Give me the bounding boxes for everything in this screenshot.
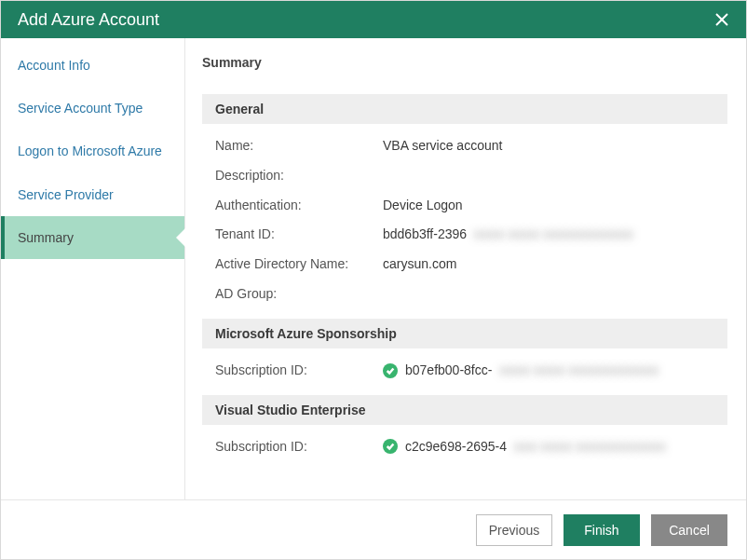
row-subscription-id: Subscription ID: b07efb00-8fcc-xxxx-xxxx… [202, 356, 727, 386]
sidebar-item-service-provider[interactable]: Service Provider [1, 173, 184, 216]
close-button[interactable] [711, 8, 733, 31]
sidebar-item-label: Service Account Type [18, 101, 143, 116]
masked-text: xxx-xxxx-xxxxxxxxxxxx [514, 436, 666, 458]
dialog-title: Add Azure Account [18, 10, 711, 30]
field-value: b07efb00-8fcc-xxxx-xxxx-xxxxxxxxxxxx [383, 360, 714, 382]
sidebar-item-service-account-type[interactable]: Service Account Type [1, 87, 184, 130]
field-label: Subscription ID: [215, 436, 383, 458]
field-value: VBA service account [383, 135, 714, 157]
masked-text: xxxx-xxxx-xxxxxxxxxxxx [499, 360, 659, 382]
field-value: Device Logon [383, 195, 714, 217]
field-label: Subscription ID: [215, 360, 383, 382]
row-ad-group: AD Group: [202, 280, 727, 309]
row-description: Description: [202, 161, 727, 191]
dialog-window: Add Azure Account Account Info Service A… [0, 0, 747, 560]
section-vse: Visual Studio Enterprise Subscription ID… [202, 395, 727, 462]
section-sponsorship: Microsoft Azure Sponsorship Subscription… [202, 319, 727, 386]
finish-button[interactable]: Finish [564, 514, 640, 546]
field-label: Tenant ID: [215, 224, 383, 246]
masked-text: xxxx-xxxx-xxxxxxxxxxxx [474, 224, 633, 246]
field-label: AD Group: [215, 283, 383, 306]
row-name: Name: VBA service account [202, 131, 727, 161]
row-ad-name: Active Directory Name: carysun.com [202, 250, 727, 280]
sidebar-item-summary[interactable]: Summary [1, 216, 184, 259]
field-label: Description: [215, 165, 383, 187]
section-header: Microsoft Azure Sponsorship [202, 319, 727, 348]
field-label: Active Directory Name: [215, 253, 383, 276]
field-value: bdd6b3ff-2396xxxx-xxxx-xxxxxxxxxxxx [383, 224, 714, 246]
sidebar-item-label: Service Provider [18, 187, 114, 202]
wizard-sidebar: Account Info Service Account Type Logon … [1, 38, 185, 499]
section-header: General [202, 94, 727, 124]
cancel-button[interactable]: Cancel [651, 514, 727, 546]
row-tenant-id: Tenant ID: bdd6b3ff-2396xxxx-xxxx-xxxxxx… [202, 220, 727, 250]
field-value [383, 165, 714, 187]
dialog-body: Account Info Service Account Type Logon … [1, 38, 746, 499]
close-icon [715, 13, 728, 26]
sidebar-item-logon-azure[interactable]: Logon to Microsoft Azure [1, 130, 184, 172]
title-bar: Add Azure Account [1, 1, 746, 38]
check-icon [383, 363, 398, 378]
dialog-footer: Previous Finish Cancel [1, 499, 746, 559]
check-icon [383, 439, 398, 454]
field-value: carysun.com [383, 253, 714, 276]
main-panel: Summary General Name: VBA service accoun… [185, 38, 746, 499]
previous-button[interactable]: Previous [476, 514, 552, 546]
row-subscription-id: Subscription ID: c2c9e698-2695-4xxx-xxxx… [202, 432, 727, 462]
field-value: c2c9e698-2695-4xxx-xxxx-xxxxxxxxxxxx [383, 436, 714, 458]
sidebar-item-account-info[interactable]: Account Info [1, 44, 184, 87]
page-title: Summary [202, 55, 727, 70]
sidebar-item-label: Summary [18, 230, 74, 245]
field-label: Name: [215, 135, 383, 157]
section-header: Visual Studio Enterprise [202, 395, 727, 425]
row-authentication: Authentication: Device Logon [202, 191, 727, 221]
sidebar-item-label: Account Info [18, 58, 90, 73]
section-general: General Name: VBA service account Descri… [202, 94, 727, 309]
field-value [383, 283, 714, 306]
field-label: Authentication: [215, 195, 383, 217]
sidebar-item-label: Logon to Microsoft Azure [18, 143, 162, 158]
